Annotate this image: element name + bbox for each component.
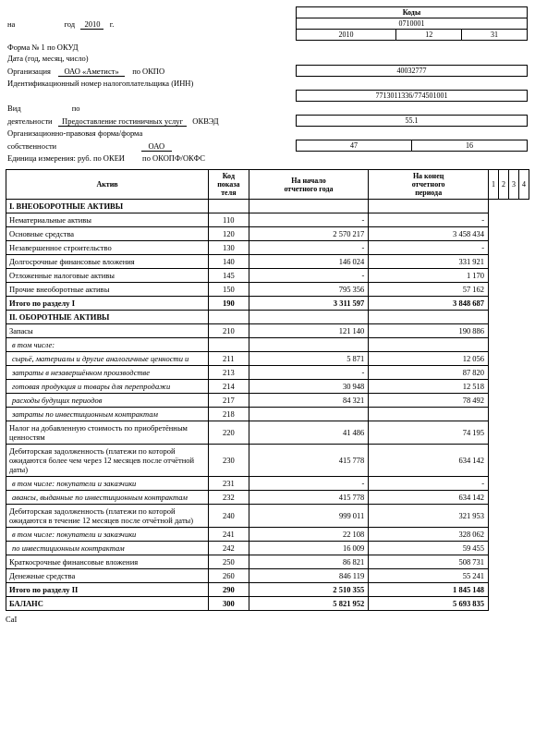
table-row: затраты по инвестиционным контрактам218 (6, 408, 529, 421)
row-kon: 55 241 (369, 569, 489, 583)
table-row: II. ОБОРОТНЫЕ АКТИВЫ (6, 311, 529, 324)
table-row: сырьё, материалы и другие аналогичные це… (6, 352, 529, 366)
row-kon (369, 200, 489, 213)
footer: CaI (6, 615, 529, 624)
row-name: сырьё, материалы и другие аналогичные це… (6, 352, 209, 366)
table-row: Основные средства1202 570 2173 458 434 (6, 227, 529, 241)
table-row: Итого по разделу II2902 510 3551 845 148 (6, 583, 529, 597)
row-name: затраты по инвестиционным контрактам (6, 408, 209, 421)
row-name: расходы будущих периодов (6, 394, 209, 408)
forma-label: Форма № 1 по ОКУД (7, 43, 78, 52)
po-okopf-label: по ОКОПФ/ОКФС (142, 153, 205, 163)
row-name: Отложенные налоговые активы (6, 269, 209, 283)
row-nach: 415 778 (249, 491, 369, 505)
row-kod: 214 (209, 380, 249, 394)
row-name: в том числе: покупатели и заказчики (6, 528, 209, 542)
row-kod: 211 (209, 352, 249, 366)
row-kod: 242 (209, 542, 249, 555)
okud-val: 0710001 (296, 18, 527, 30)
col-num1: 1 (489, 170, 499, 200)
row-kon: 321 953 (369, 505, 489, 528)
row-kon: 12 056 (369, 352, 489, 366)
row-name: Краткосрочные финансовые вложения (6, 555, 209, 569)
row-name: Нематериальные активы (6, 213, 209, 227)
row-kod: 240 (209, 505, 249, 528)
row-nach (249, 200, 369, 213)
row-kon: 3 848 687 (369, 297, 489, 311)
row-nach: 41 486 (249, 421, 369, 445)
row-kod: 231 (209, 477, 249, 491)
row-name: Запасы (6, 324, 209, 338)
row-kod: 217 (209, 394, 249, 408)
row-kod: 110 (209, 213, 249, 227)
row-kod (209, 311, 249, 324)
row-kod: 120 (209, 227, 249, 241)
okpo-val: 40032777 (296, 66, 527, 77)
row-nach: - (249, 241, 369, 255)
row-nach: 5 871 (249, 352, 369, 366)
row-nach: 415 778 (249, 445, 369, 477)
okpo-table: 40032777 (296, 65, 528, 77)
row-name: Прочие внеоборотные активы (6, 283, 209, 297)
data-label: Дата (год, месяц, число) (7, 54, 89, 63)
row-nach (249, 408, 369, 421)
row-kon: 5 693 835 (369, 597, 489, 611)
row-kod: 232 (209, 491, 249, 505)
table-row: Итого по разделу I1903 311 5973 848 687 (6, 297, 529, 311)
col-kod-header: Кодпоказателя (209, 170, 249, 200)
row-kon (369, 338, 489, 352)
year-value: 2010 (80, 19, 103, 30)
row-kon: 3 458 434 (369, 227, 489, 241)
table-row: готовая продукция и товары для перепрода… (6, 380, 529, 394)
table-row: Дебиторская задолженность (платежи по ко… (6, 505, 529, 528)
date-year-val: 2010 (296, 30, 396, 41)
table-row: в том числе: покупатели и заказчики24122… (6, 528, 529, 542)
cal-label: CaI (6, 615, 17, 624)
row-kod: 140 (209, 255, 249, 269)
table-row: Незавершенное строительство130-- (6, 241, 529, 255)
okved-val: 55.1 (296, 116, 527, 127)
row-name: в том числе: (6, 338, 209, 352)
ed-label: Единица измерения: руб. по ОКЕИ (7, 153, 125, 163)
row-name: готовая продукция и товары для перепрода… (6, 380, 209, 394)
row-kon: 1 170 (369, 269, 489, 283)
row-kod: 145 (209, 269, 249, 283)
col-num3: 3 (509, 170, 519, 200)
row-kod: 218 (209, 408, 249, 421)
row-nach: 795 356 (249, 283, 369, 297)
row-kon: 74 195 (369, 421, 489, 445)
table-row: Нематериальные активы110-- (6, 213, 529, 227)
col-nachalo-header: На началоотчетного года (249, 170, 369, 200)
row-nach (249, 338, 369, 352)
row-name: Итого по разделу II (6, 583, 209, 597)
row-kon: 190 886 (369, 324, 489, 338)
row-name: Налог на добавленную стоимость по приобр… (6, 421, 209, 445)
row-kod: 220 (209, 421, 249, 445)
row-kod: 260 (209, 569, 249, 583)
row-name: затраты в незавершённом производстве (6, 366, 209, 380)
table-row: Налог на добавленную стоимость по приобр… (6, 421, 529, 445)
row-kod: 250 (209, 555, 249, 569)
row-kod: 213 (209, 366, 249, 380)
date-day-val: 31 (462, 30, 528, 41)
row-kon (369, 408, 489, 421)
table-row: в том числе: покупатели и заказчики231-- (6, 477, 529, 491)
org-label: Организация (7, 67, 51, 76)
document-wrapper: на год 2010 г. Коды (6, 6, 529, 624)
na-label: на (7, 19, 15, 29)
row-kod (209, 200, 249, 213)
row-kon: 78 492 (369, 394, 489, 408)
row-name: Незавершенное строительство (6, 241, 209, 255)
row-nach: 999 011 (249, 505, 369, 528)
org-name: ОАО «Аметист» (58, 67, 124, 77)
balance-table: Актив Кодпоказателя На началоотчетного г… (6, 169, 529, 611)
okved-label: ОКВЭД (192, 116, 218, 126)
table-row: Краткосрочные финансовые вложения25086 8… (6, 555, 529, 569)
date-month-val: 12 (396, 30, 462, 41)
okved-table: 55.1 (296, 115, 528, 127)
col-num4: 4 (519, 170, 529, 200)
oao-val: ОАО (141, 141, 173, 152)
row-kon: 87 820 (369, 366, 489, 380)
row-nach: 16 009 (249, 542, 369, 555)
row-name: Дебиторская задолженность (платежи по ко… (6, 445, 209, 477)
